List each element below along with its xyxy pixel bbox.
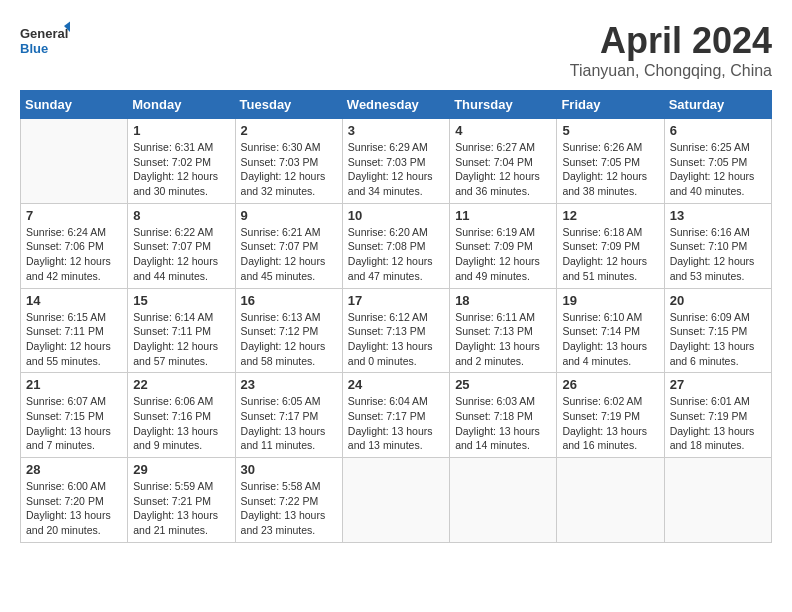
cell-info: Sunrise: 6:21 AMSunset: 7:07 PMDaylight:… [241, 225, 337, 284]
cell-info: Sunrise: 6:09 AMSunset: 7:15 PMDaylight:… [670, 310, 766, 369]
svg-text:General: General [20, 26, 68, 41]
logo-svg: General Blue [20, 20, 70, 60]
day-number: 14 [26, 293, 122, 308]
calendar-cell [342, 458, 449, 543]
cell-info: Sunrise: 6:02 AMSunset: 7:19 PMDaylight:… [562, 394, 658, 453]
calendar-cell: 20Sunrise: 6:09 AMSunset: 7:15 PMDayligh… [664, 288, 771, 373]
day-number: 25 [455, 377, 551, 392]
calendar-cell [557, 458, 664, 543]
day-number: 23 [241, 377, 337, 392]
calendar-cell: 4Sunrise: 6:27 AMSunset: 7:04 PMDaylight… [450, 119, 557, 204]
col-header-wednesday: Wednesday [342, 91, 449, 119]
cell-info: Sunrise: 6:29 AMSunset: 7:03 PMDaylight:… [348, 140, 444, 199]
calendar-cell: 24Sunrise: 6:04 AMSunset: 7:17 PMDayligh… [342, 373, 449, 458]
col-header-monday: Monday [128, 91, 235, 119]
calendar-cell: 23Sunrise: 6:05 AMSunset: 7:17 PMDayligh… [235, 373, 342, 458]
day-number: 2 [241, 123, 337, 138]
calendar-cell [664, 458, 771, 543]
calendar-week-row: 1Sunrise: 6:31 AMSunset: 7:02 PMDaylight… [21, 119, 772, 204]
calendar-cell [21, 119, 128, 204]
day-number: 4 [455, 123, 551, 138]
day-number: 5 [562, 123, 658, 138]
day-number: 13 [670, 208, 766, 223]
cell-info: Sunrise: 6:15 AMSunset: 7:11 PMDaylight:… [26, 310, 122, 369]
calendar-cell: 19Sunrise: 6:10 AMSunset: 7:14 PMDayligh… [557, 288, 664, 373]
cell-info: Sunrise: 6:18 AMSunset: 7:09 PMDaylight:… [562, 225, 658, 284]
cell-info: Sunrise: 6:19 AMSunset: 7:09 PMDaylight:… [455, 225, 551, 284]
day-number: 30 [241, 462, 337, 477]
title-block: April 2024 Tianyuan, Chongqing, China [570, 20, 772, 80]
cell-info: Sunrise: 6:07 AMSunset: 7:15 PMDaylight:… [26, 394, 122, 453]
calendar-cell: 1Sunrise: 6:31 AMSunset: 7:02 PMDaylight… [128, 119, 235, 204]
cell-info: Sunrise: 6:14 AMSunset: 7:11 PMDaylight:… [133, 310, 229, 369]
calendar-table: SundayMondayTuesdayWednesdayThursdayFrid… [20, 90, 772, 543]
logo: General Blue [20, 20, 70, 60]
cell-info: Sunrise: 6:06 AMSunset: 7:16 PMDaylight:… [133, 394, 229, 453]
calendar-cell: 15Sunrise: 6:14 AMSunset: 7:11 PMDayligh… [128, 288, 235, 373]
cell-info: Sunrise: 6:12 AMSunset: 7:13 PMDaylight:… [348, 310, 444, 369]
calendar-cell: 5Sunrise: 6:26 AMSunset: 7:05 PMDaylight… [557, 119, 664, 204]
day-number: 17 [348, 293, 444, 308]
calendar-cell: 16Sunrise: 6:13 AMSunset: 7:12 PMDayligh… [235, 288, 342, 373]
cell-info: Sunrise: 6:00 AMSunset: 7:20 PMDaylight:… [26, 479, 122, 538]
day-number: 1 [133, 123, 229, 138]
calendar-cell: 21Sunrise: 6:07 AMSunset: 7:15 PMDayligh… [21, 373, 128, 458]
cell-info: Sunrise: 5:59 AMSunset: 7:21 PMDaylight:… [133, 479, 229, 538]
cell-info: Sunrise: 6:20 AMSunset: 7:08 PMDaylight:… [348, 225, 444, 284]
calendar-cell: 29Sunrise: 5:59 AMSunset: 7:21 PMDayligh… [128, 458, 235, 543]
calendar-week-row: 21Sunrise: 6:07 AMSunset: 7:15 PMDayligh… [21, 373, 772, 458]
calendar-cell: 17Sunrise: 6:12 AMSunset: 7:13 PMDayligh… [342, 288, 449, 373]
day-number: 19 [562, 293, 658, 308]
cell-info: Sunrise: 6:05 AMSunset: 7:17 PMDaylight:… [241, 394, 337, 453]
cell-info: Sunrise: 6:16 AMSunset: 7:10 PMDaylight:… [670, 225, 766, 284]
day-number: 11 [455, 208, 551, 223]
day-number: 10 [348, 208, 444, 223]
calendar-cell: 14Sunrise: 6:15 AMSunset: 7:11 PMDayligh… [21, 288, 128, 373]
cell-info: Sunrise: 6:31 AMSunset: 7:02 PMDaylight:… [133, 140, 229, 199]
day-number: 8 [133, 208, 229, 223]
day-number: 29 [133, 462, 229, 477]
cell-info: Sunrise: 6:11 AMSunset: 7:13 PMDaylight:… [455, 310, 551, 369]
calendar-cell: 30Sunrise: 5:58 AMSunset: 7:22 PMDayligh… [235, 458, 342, 543]
cell-info: Sunrise: 6:03 AMSunset: 7:18 PMDaylight:… [455, 394, 551, 453]
calendar-week-row: 28Sunrise: 6:00 AMSunset: 7:20 PMDayligh… [21, 458, 772, 543]
col-header-saturday: Saturday [664, 91, 771, 119]
calendar-cell: 28Sunrise: 6:00 AMSunset: 7:20 PMDayligh… [21, 458, 128, 543]
day-number: 6 [670, 123, 766, 138]
calendar-cell: 7Sunrise: 6:24 AMSunset: 7:06 PMDaylight… [21, 203, 128, 288]
calendar-cell: 8Sunrise: 6:22 AMSunset: 7:07 PMDaylight… [128, 203, 235, 288]
location-subtitle: Tianyuan, Chongqing, China [570, 62, 772, 80]
calendar-week-row: 14Sunrise: 6:15 AMSunset: 7:11 PMDayligh… [21, 288, 772, 373]
cell-info: Sunrise: 6:24 AMSunset: 7:06 PMDaylight:… [26, 225, 122, 284]
day-number: 7 [26, 208, 122, 223]
calendar-cell: 12Sunrise: 6:18 AMSunset: 7:09 PMDayligh… [557, 203, 664, 288]
cell-info: Sunrise: 6:10 AMSunset: 7:14 PMDaylight:… [562, 310, 658, 369]
cell-info: Sunrise: 5:58 AMSunset: 7:22 PMDaylight:… [241, 479, 337, 538]
col-header-tuesday: Tuesday [235, 91, 342, 119]
month-title: April 2024 [570, 20, 772, 62]
cell-info: Sunrise: 6:26 AMSunset: 7:05 PMDaylight:… [562, 140, 658, 199]
cell-info: Sunrise: 6:13 AMSunset: 7:12 PMDaylight:… [241, 310, 337, 369]
calendar-cell: 3Sunrise: 6:29 AMSunset: 7:03 PMDaylight… [342, 119, 449, 204]
calendar-cell: 18Sunrise: 6:11 AMSunset: 7:13 PMDayligh… [450, 288, 557, 373]
day-number: 21 [26, 377, 122, 392]
calendar-header-row: SundayMondayTuesdayWednesdayThursdayFrid… [21, 91, 772, 119]
calendar-cell: 25Sunrise: 6:03 AMSunset: 7:18 PMDayligh… [450, 373, 557, 458]
col-header-friday: Friday [557, 91, 664, 119]
day-number: 15 [133, 293, 229, 308]
day-number: 3 [348, 123, 444, 138]
day-number: 26 [562, 377, 658, 392]
day-number: 28 [26, 462, 122, 477]
day-number: 27 [670, 377, 766, 392]
cell-info: Sunrise: 6:30 AMSunset: 7:03 PMDaylight:… [241, 140, 337, 199]
day-number: 24 [348, 377, 444, 392]
calendar-cell: 9Sunrise: 6:21 AMSunset: 7:07 PMDaylight… [235, 203, 342, 288]
calendar-cell: 6Sunrise: 6:25 AMSunset: 7:05 PMDaylight… [664, 119, 771, 204]
day-number: 16 [241, 293, 337, 308]
page-header: General Blue April 2024 Tianyuan, Chongq… [20, 20, 772, 80]
cell-info: Sunrise: 6:01 AMSunset: 7:19 PMDaylight:… [670, 394, 766, 453]
calendar-cell: 26Sunrise: 6:02 AMSunset: 7:19 PMDayligh… [557, 373, 664, 458]
calendar-cell: 11Sunrise: 6:19 AMSunset: 7:09 PMDayligh… [450, 203, 557, 288]
cell-info: Sunrise: 6:27 AMSunset: 7:04 PMDaylight:… [455, 140, 551, 199]
col-header-thursday: Thursday [450, 91, 557, 119]
